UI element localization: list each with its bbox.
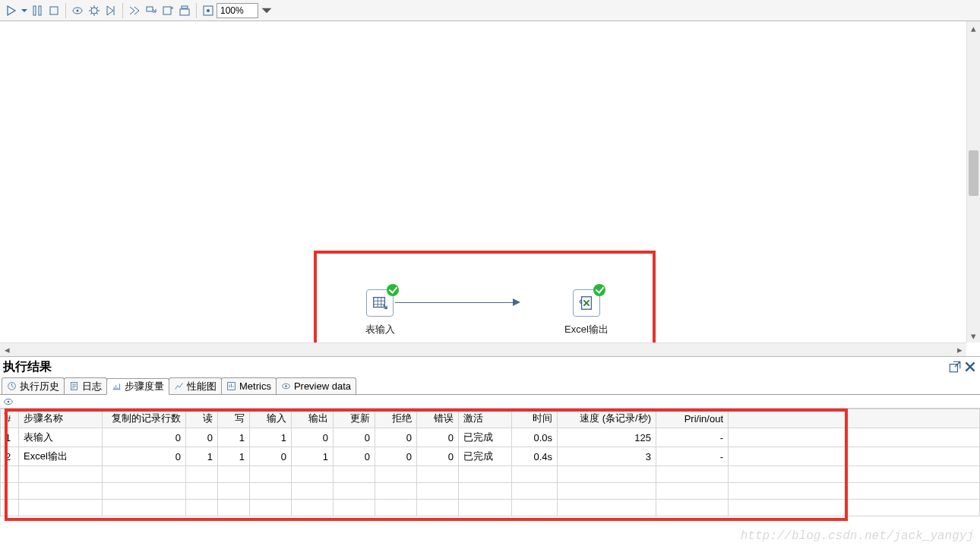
explore-icon[interactable] (144, 3, 159, 18)
cell-copied: 0 (103, 428, 186, 447)
cell-error: 0 (417, 428, 459, 447)
svg-point-19 (285, 385, 286, 387)
pause-icon[interactable] (30, 3, 45, 18)
cell-output: 1 (292, 447, 334, 466)
tab-label: 性能图 (187, 380, 217, 393)
tab-label: Metrics (239, 380, 271, 392)
replay-icon[interactable] (103, 3, 119, 18)
run-dropdown-icon[interactable] (21, 3, 28, 18)
show-results-icon[interactable] (177, 3, 192, 18)
tab-label: 日志 (82, 380, 102, 393)
preview-icon[interactable] (70, 3, 85, 18)
svg-rect-6 (147, 7, 153, 11)
hop-arrow-icon (513, 298, 520, 306)
cell-active: 已完成 (459, 428, 512, 447)
svg-rect-1 (39, 6, 41, 15)
tab-perf-graph[interactable]: 性能图 (169, 377, 222, 394)
table-row[interactable]: 2Excel输出01101000已完成0.4s3- (1, 447, 980, 466)
tab-preview-data[interactable]: Preview data (276, 377, 356, 394)
close-icon[interactable] (963, 360, 977, 374)
table-row-empty (1, 483, 980, 500)
zoom-input[interactable] (217, 3, 258, 18)
scroll-up-icon[interactable]: ▴ (967, 21, 980, 35)
cell-idx: 1 (1, 428, 19, 447)
svg-point-21 (8, 400, 10, 402)
cell-reject: 0 (375, 447, 417, 466)
cell-input: 0 (250, 447, 292, 466)
table-row-empty (1, 500, 980, 516)
metrics-table: ^# 步骤名称 复制的记录行数 读 写 输入 输出 更新 拒绝 错误 激活 时间… (0, 409, 980, 516)
tab-label: 步骤度量 (125, 380, 164, 393)
col-reject[interactable]: 拒绝 (375, 409, 417, 428)
tab-step-metrics[interactable]: 步骤度量 (106, 378, 169, 395)
debug-icon[interactable] (87, 3, 102, 18)
svg-point-11 (207, 9, 210, 12)
col-read[interactable]: 读 (186, 409, 218, 428)
check-icon (593, 284, 605, 296)
cell-prio: - (656, 428, 729, 447)
cell-time: 0.4s (512, 447, 558, 466)
cell-error: 0 (417, 447, 459, 466)
col-copied[interactable]: 复制的记录行数 (103, 409, 186, 428)
node-table-input[interactable]: 表输入 (349, 289, 410, 336)
cell-speed: 125 (558, 428, 656, 447)
tab-history[interactable]: 执行历史 (2, 377, 65, 394)
tab-metrics[interactable]: Metrics (221, 377, 277, 394)
metrics-table-wrap: ^# 步骤名称 复制的记录行数 读 写 输入 输出 更新 拒绝 错误 激活 时间… (0, 409, 980, 546)
svg-rect-9 (182, 6, 188, 8)
horizontal-scrollbar[interactable]: ◂ ▸ (0, 342, 966, 356)
table-row-empty (1, 466, 980, 483)
col-write[interactable]: 写 (218, 409, 250, 428)
popout-icon[interactable] (948, 360, 962, 374)
filter-row[interactable] (0, 395, 980, 409)
scroll-thumb[interactable] (969, 150, 978, 196)
cell-name: 表输入 (19, 428, 103, 447)
col-error[interactable]: 错误 (417, 409, 459, 428)
scroll-right-icon[interactable]: ▸ (953, 343, 966, 356)
col-prio[interactable]: Pri/in/out (656, 409, 729, 428)
svg-point-5 (91, 8, 97, 14)
cell-copied: 0 (103, 447, 186, 466)
scroll-down-icon[interactable]: ▾ (967, 329, 980, 342)
col-output[interactable]: 输出 (292, 409, 334, 428)
cell-update: 0 (334, 428, 375, 447)
svg-rect-2 (50, 7, 58, 14)
toolbar (0, 0, 980, 21)
tab-log[interactable]: 日志 (64, 377, 107, 394)
excel-output-icon (573, 289, 600, 317)
node-excel-output[interactable]: Excel输出 (556, 289, 617, 336)
analyze-icon[interactable] (160, 3, 175, 18)
col-active[interactable]: 激活 (459, 409, 512, 428)
node-label: 表输入 (349, 323, 410, 336)
node-label: Excel输出 (556, 323, 617, 336)
cell-time: 0.0s (512, 428, 558, 447)
cell-update: 0 (334, 447, 375, 466)
col-update[interactable]: 更新 (334, 409, 375, 428)
table-row[interactable]: 1表输入00110000已完成0.0s125- (1, 428, 980, 447)
cell-reject: 0 (375, 428, 417, 447)
hop-line[interactable] (395, 302, 513, 303)
snap-icon[interactable] (201, 3, 216, 18)
cell-write: 1 (218, 428, 250, 447)
col-input[interactable]: 输入 (250, 409, 292, 428)
cell-active: 已完成 (459, 447, 512, 466)
cell-speed: 3 (558, 447, 656, 466)
svg-point-4 (77, 9, 79, 11)
zoom-dropdown-icon[interactable] (259, 3, 274, 18)
run-icon[interactable] (4, 3, 19, 18)
col-name[interactable]: 步骤名称 (19, 409, 103, 428)
canvas[interactable]: 表输入 Excel输出 ▴ ▾ ◂ ▸ (0, 21, 980, 357)
sql-icon[interactable] (127, 3, 142, 18)
table-input-icon (366, 289, 394, 317)
col-idx[interactable]: ^# (1, 409, 19, 428)
results-tabs: 执行历史 日志 步骤度量 性能图 Metrics Preview data (0, 377, 980, 395)
svg-rect-8 (180, 9, 189, 15)
cell-prio: - (656, 447, 729, 466)
vertical-scrollbar[interactable]: ▴ ▾ (966, 21, 980, 342)
cell-input: 1 (250, 428, 292, 447)
col-time[interactable]: 时间 (512, 409, 558, 428)
col-speed[interactable]: 速度 (条记录/秒) (558, 409, 656, 428)
cell-output: 0 (292, 428, 334, 447)
scroll-left-icon[interactable]: ◂ (0, 343, 14, 356)
stop-icon[interactable] (46, 3, 62, 18)
